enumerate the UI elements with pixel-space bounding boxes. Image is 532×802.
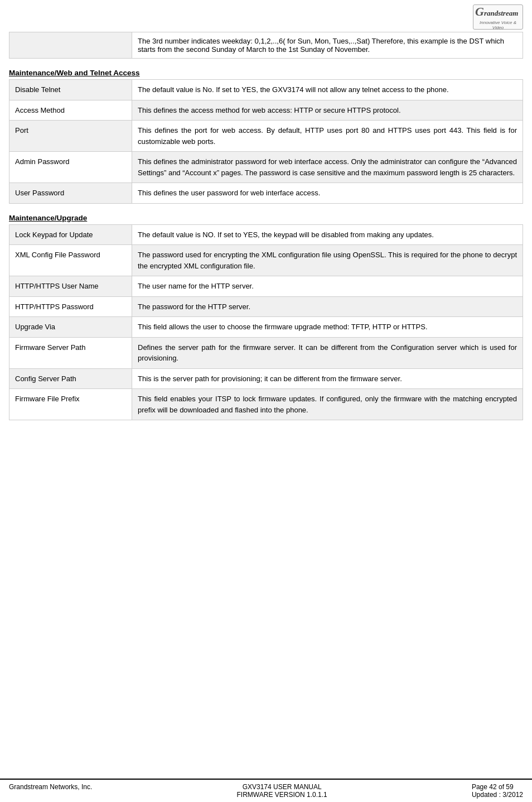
table-row: HTTP/HTTPS User Name The user name for t… [9,276,523,297]
table-row: Disable Telnet The default value is No. … [9,80,523,100]
row-description: The password for the HTTP server. [132,296,523,317]
page-wrapper: Grandstream Innovative Voice & Video The… [0,0,532,802]
dst-description-cell: The 3rd number indicates weekday: 0,1,2,… [132,32,523,59]
row-label: Firmware File Prefix [9,389,132,420]
row-label: Admin Password [9,152,132,183]
row-description: The password used for encrypting the XML… [132,245,523,276]
table-row: Firmware File Prefix This field enables … [9,389,523,420]
row-label: Port [9,121,132,152]
page-footer: Grandstream Networks, Inc. GXV3174 USER … [0,779,532,802]
upgrade-section-heading: Maintenance/Upgrade [9,214,523,222]
table-row: User Password This defines the user pass… [9,183,523,204]
row-description: This defines the port for web access. By… [132,121,523,152]
row-label: User Password [9,183,132,204]
dst-table: The 3rd number indicates weekday: 0,1,2,… [9,32,523,59]
table-row: Lock Keypad for Update The default value… [9,224,523,245]
web-telnet-section-heading: Maintenance/Web and Telnet Access [9,69,523,77]
row-label: XML Config File Password [9,245,132,276]
company-logo: Grandstream Innovative Voice & Video [473,4,523,30]
footer-updated: Updated : 3/2012 [472,791,523,799]
row-description: The default value is NO. If set to YES, … [132,224,523,245]
footer-manual: GXV3174 USER MANUAL FIRMWARE VERSION 1.0… [92,783,472,799]
table-row: Firmware Server Path Defines the server … [9,337,523,368]
footer-page-info: Page 42 of 59 Updated : 3/2012 [472,783,523,799]
table-row: HTTP/HTTPS Password The password for the… [9,296,523,317]
row-description: Defines the server path for the firmware… [132,337,523,368]
table-row: Admin Password This defines the administ… [9,152,523,183]
table-row: Access Method This defines the access me… [9,100,523,121]
row-description: This field enables your ITSP to lock fir… [132,389,523,420]
row-label: Config Server Path [9,368,132,389]
page-header: Grandstream Innovative Voice & Video [0,0,532,32]
row-description: This defines the administrator password … [132,152,523,183]
footer-firmware-version: FIRMWARE VERSION 1.0.1.1 [92,791,472,799]
dst-label-cell [9,32,132,59]
row-label: Upgrade Via [9,317,132,338]
content-area: The 3rd number indicates weekday: 0,1,2,… [0,32,532,779]
row-label: Lock Keypad for Update [9,224,132,245]
table-row: Port This defines the port for web acces… [9,121,523,152]
logo-tagline: Innovative Voice & Video [475,20,521,30]
row-description: This field allows the user to choose the… [132,317,523,338]
footer-company: Grandstream Networks, Inc. [9,783,92,799]
row-label: Disable Telnet [9,80,132,100]
row-description: This defines the user password for web i… [132,183,523,204]
row-label: Firmware Server Path [9,337,132,368]
row-description: The default value is No. If set to YES, … [132,80,523,100]
row-label: HTTP/HTTPS User Name [9,276,132,297]
footer-page: Page 42 of 59 [472,783,523,791]
row-label: HTTP/HTTPS Password [9,296,132,317]
web-telnet-table: Disable Telnet The default value is No. … [9,79,523,204]
row-description: This is the server path for provisioning… [132,368,523,389]
table-row: XML Config File Password The password us… [9,245,523,276]
row-description: The user name for the HTTP server. [132,276,523,297]
footer-manual-title: GXV3174 USER MANUAL [92,783,472,791]
table-row: Upgrade Via This field allows the user t… [9,317,523,338]
row-description: This defines the access method for web a… [132,100,523,121]
table-row: The 3rd number indicates weekday: 0,1,2,… [9,32,523,59]
row-label: Access Method [9,100,132,121]
upgrade-table: Lock Keypad for Update The default value… [9,224,523,421]
table-row: Config Server Path This is the server pa… [9,368,523,389]
